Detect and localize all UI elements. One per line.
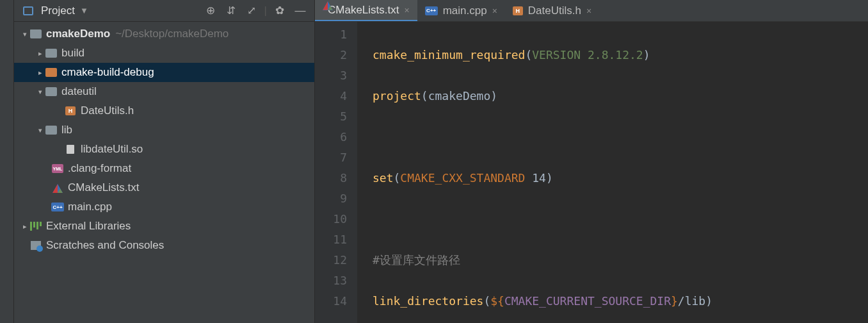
collapse-icon[interactable]: ⤢ xyxy=(244,3,259,19)
tree-label: External Libraries xyxy=(46,220,131,233)
close-icon[interactable]: × xyxy=(492,6,497,16)
tree-label: dateutil xyxy=(61,85,97,98)
tree-scratches[interactable]: Scratches and Consoles xyxy=(14,236,314,255)
folder-icon xyxy=(45,47,58,60)
project-toolbar: Project ▼ ⊕ ⇵ ⤢ | ✿ — xyxy=(14,0,314,22)
folder-icon xyxy=(45,85,58,98)
tab-dateutils-h[interactable]: H DateUtils.h × xyxy=(505,0,599,21)
project-tree: ▾ cmakeDemo ~/Desktop/cmakeDemo ▸ build … xyxy=(14,22,314,323)
folder-icon xyxy=(29,28,42,40)
tree-folder-dateutil[interactable]: ▾ dateutil xyxy=(14,82,314,101)
close-icon[interactable]: × xyxy=(404,5,409,15)
code-content[interactable]: cmake_minimum_required(VERSION 2.8.12.2)… xyxy=(357,22,868,323)
svg-rect-5 xyxy=(45,126,57,135)
tree-label: Scratches and Consoles xyxy=(46,239,164,252)
svg-rect-4 xyxy=(45,87,57,96)
code-editor[interactable]: 123 456 789 101112 1314 cmake_minimum_re… xyxy=(315,22,868,323)
editor-tabs: CMakeLists.txt × C++ main.cpp × H DateUt… xyxy=(315,0,868,22)
tree-path: ~/Desktop/cmakeDemo xyxy=(115,28,229,40)
tree-label: build xyxy=(61,47,84,60)
project-view-icon[interactable] xyxy=(20,3,36,19)
libraries-icon xyxy=(29,220,42,233)
tree-label: lib xyxy=(61,124,72,137)
project-panel: Project ▼ ⊕ ⇵ ⤢ | ✿ — ▾ cmakeDemo ~/Desk… xyxy=(14,0,315,323)
expand-all-icon[interactable]: ⇵ xyxy=(223,3,239,19)
scratches-icon xyxy=(29,239,42,252)
svg-rect-1 xyxy=(30,29,35,32)
tree-label: .clang-format xyxy=(68,162,131,175)
tree-file-main-cpp[interactable]: C++ main.cpp xyxy=(14,197,314,217)
left-tool-strip[interactable] xyxy=(0,0,14,323)
close-icon[interactable]: × xyxy=(586,6,591,16)
tree-root[interactable]: ▾ cmakeDemo ~/Desktop/cmakeDemo xyxy=(14,24,314,44)
svg-rect-3 xyxy=(45,68,57,77)
tab-label: main.cpp xyxy=(443,4,487,17)
tab-label: DateUtils.h xyxy=(528,4,581,17)
tree-folder-lib[interactable]: ▾ lib xyxy=(14,120,314,140)
line-gutter: 123 456 789 101112 1314 xyxy=(315,22,357,323)
folder-icon xyxy=(45,124,58,137)
cmake-file-icon xyxy=(51,181,64,194)
chevron-right-icon: ▸ xyxy=(20,222,29,231)
tab-label: CMakeLists.txt xyxy=(328,4,399,17)
locate-icon[interactable]: ⊕ xyxy=(203,3,218,19)
yaml-file-icon: YML xyxy=(51,162,64,175)
cpp-file-icon: C++ xyxy=(51,201,64,213)
tree-file-so[interactable]: libdateUtil.so xyxy=(14,140,314,159)
chevron-down-icon: ▾ xyxy=(36,126,45,135)
tree-label: main.cpp xyxy=(68,201,112,213)
hide-icon[interactable]: — xyxy=(293,3,308,19)
project-title[interactable]: Project xyxy=(41,4,75,17)
tree-folder-cmake-build-debug[interactable]: ▸ cmake-build-debug xyxy=(14,63,314,82)
tree-file-dateutils-h[interactable]: H DateUtils.h xyxy=(14,101,314,120)
tree-label: DateUtils.h xyxy=(81,104,134,117)
chevron-down-icon: ▾ xyxy=(36,88,45,96)
svg-rect-2 xyxy=(45,49,57,58)
tree-label: cmakeDemo xyxy=(46,28,110,40)
tree-file-clang-format[interactable]: YML .clang-format xyxy=(14,159,314,178)
header-file-icon: H xyxy=(513,6,523,15)
tree-label: cmake-build-debug xyxy=(61,66,154,79)
tree-file-cmakelists[interactable]: CMakeLists.txt xyxy=(14,178,314,197)
settings-icon[interactable]: ✿ xyxy=(272,3,287,19)
header-file-icon: H xyxy=(64,104,77,117)
editor-area: CMakeLists.txt × C++ main.cpp × H DateUt… xyxy=(315,0,868,323)
chevron-down-icon[interactable]: ▼ xyxy=(80,6,88,15)
tree-folder-build[interactable]: ▸ build xyxy=(14,44,314,63)
tree-external-libraries[interactable]: ▸ External Libraries xyxy=(14,217,314,236)
binary-file-icon xyxy=(64,143,77,156)
chevron-down-icon: ▾ xyxy=(20,30,29,38)
chevron-right-icon: ▸ xyxy=(36,69,45,77)
folder-icon xyxy=(45,66,58,79)
tab-cmakelists[interactable]: CMakeLists.txt × xyxy=(315,0,417,21)
tab-main-cpp[interactable]: C++ main.cpp × xyxy=(417,0,505,21)
tree-label: libdateUtil.so xyxy=(81,143,143,156)
tree-label: CMakeLists.txt xyxy=(68,181,139,194)
chevron-right-icon: ▸ xyxy=(36,49,45,58)
cpp-file-icon: C++ xyxy=(425,6,438,15)
